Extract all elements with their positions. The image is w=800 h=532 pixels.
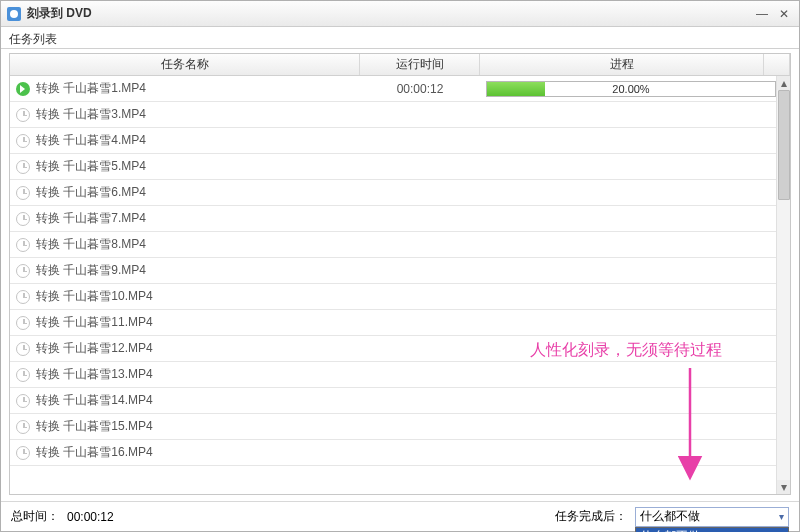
table-row[interactable]: 转换 千山暮雪11.MP4: [10, 310, 790, 336]
table-row[interactable]: 转换 千山暮雪5.MP4: [10, 154, 790, 180]
cell-name: 转换 千山暮雪3.MP4: [10, 106, 360, 123]
cell-name: 转换 千山暮雪8.MP4: [10, 236, 360, 253]
scroll-down-button[interactable]: ▾: [777, 480, 790, 494]
task-name: 转换 千山暮雪6.MP4: [36, 184, 146, 201]
cell-name: 转换 千山暮雪6.MP4: [10, 184, 360, 201]
table-row[interactable]: 转换 千山暮雪6.MP4: [10, 180, 790, 206]
task-name: 转换 千山暮雪9.MP4: [36, 262, 146, 279]
close-button[interactable]: ✕: [775, 5, 793, 23]
status-pending-icon: [16, 186, 30, 200]
task-name: 转换 千山暮雪12.MP4: [36, 340, 153, 357]
task-name: 转换 千山暮雪8.MP4: [36, 236, 146, 253]
table-row[interactable]: 转换 千山暮雪15.MP4: [10, 414, 790, 440]
task-list-label: 任务列表: [1, 27, 799, 49]
app-icon: [7, 7, 21, 21]
task-name: 转换 千山暮雪4.MP4: [36, 132, 146, 149]
table-row[interactable]: 转换 千山暮雪7.MP4: [10, 206, 790, 232]
table-row[interactable]: 转换 千山暮雪14.MP4: [10, 388, 790, 414]
cell-name: 转换 千山暮雪11.MP4: [10, 314, 360, 331]
status-pending-icon: [16, 290, 30, 304]
select-value: 什么都不做: [640, 508, 700, 525]
after-tasks-label: 任务完成后：: [555, 508, 627, 525]
progress-text: 20.00%: [487, 82, 775, 96]
status-pending-icon: [16, 342, 30, 356]
minimize-button[interactable]: —: [753, 5, 771, 23]
task-name: 转换 千山暮雪7.MP4: [36, 210, 146, 227]
task-name: 转换 千山暮雪14.MP4: [36, 392, 153, 409]
cell-name: 转换 千山暮雪15.MP4: [10, 418, 360, 435]
window-title: 刻录到 DVD: [27, 5, 92, 22]
task-name: 转换 千山暮雪15.MP4: [36, 418, 153, 435]
cell-name: 转换 千山暮雪4.MP4: [10, 132, 360, 149]
cell-name: 转换 千山暮雪13.MP4: [10, 366, 360, 383]
chevron-down-icon: ▾: [779, 511, 784, 522]
scrollbar[interactable]: ▴ ▾: [776, 76, 790, 494]
table-header: 任务名称 运行时间 进程: [10, 54, 790, 76]
table-row[interactable]: 转换 千山暮雪3.MP4: [10, 102, 790, 128]
cell-name: 转换 千山暮雪10.MP4: [10, 288, 360, 305]
task-name: 转换 千山暮雪1.MP4: [36, 80, 146, 97]
table-row[interactable]: 转换 千山暮雪8.MP4: [10, 232, 790, 258]
cell-name: 转换 千山暮雪1.MP4: [10, 80, 360, 97]
table-row[interactable]: 转换 千山暮雪4.MP4: [10, 128, 790, 154]
cell-progress: 20.00%: [480, 81, 790, 97]
task-name: 转换 千山暮雪10.MP4: [36, 288, 153, 305]
status-pending-icon: [16, 264, 30, 278]
task-name: 转换 千山暮雪11.MP4: [36, 314, 153, 331]
task-table: 任务名称 运行时间 进程 转换 千山暮雪1.MP400:00:1220.00%转…: [9, 53, 791, 495]
total-time-value: 00:00:12: [67, 510, 114, 524]
table-row[interactable]: 转换 千山暮雪12.MP4: [10, 336, 790, 362]
cell-name: 转换 千山暮雪16.MP4: [10, 444, 360, 461]
status-pending-icon: [16, 160, 30, 174]
after-tasks-select[interactable]: 什么都不做 ▾ 什么都不做关闭电脑睡眠电脑: [635, 507, 789, 527]
total-time-label: 总时间：: [11, 508, 59, 525]
table-row[interactable]: 转换 千山暮雪13.MP4: [10, 362, 790, 388]
cell-name: 转换 千山暮雪9.MP4: [10, 262, 360, 279]
status-pending-icon: [16, 446, 30, 460]
cell-name: 转换 千山暮雪7.MP4: [10, 210, 360, 227]
col-header-name[interactable]: 任务名称: [10, 54, 360, 75]
titlebar: 刻录到 DVD — ✕: [1, 1, 799, 27]
status-pending-icon: [16, 316, 30, 330]
app-window: 刻录到 DVD — ✕ 任务列表 任务名称 运行时间 进程 转换 千山暮雪1.M…: [0, 0, 800, 532]
scroll-up-button[interactable]: ▴: [777, 76, 790, 90]
cell-time: 00:00:12: [360, 82, 480, 96]
select-option[interactable]: 什么都不做: [636, 528, 788, 533]
task-name: 转换 千山暮雪16.MP4: [36, 444, 153, 461]
status-pending-icon: [16, 394, 30, 408]
col-header-spare: [764, 54, 790, 75]
scroll-thumb[interactable]: [778, 90, 790, 200]
cell-name: 转换 千山暮雪5.MP4: [10, 158, 360, 175]
status-pending-icon: [16, 238, 30, 252]
status-pending-icon: [16, 212, 30, 226]
task-name: 转换 千山暮雪5.MP4: [36, 158, 146, 175]
table-row[interactable]: 转换 千山暮雪9.MP4: [10, 258, 790, 284]
table-row[interactable]: 转换 千山暮雪10.MP4: [10, 284, 790, 310]
select-box[interactable]: 什么都不做 ▾: [635, 507, 789, 527]
status-pending-icon: [16, 420, 30, 434]
footer: 总时间： 00:00:12 任务完成后： 什么都不做 ▾ 什么都不做关闭电脑睡眠…: [1, 501, 799, 531]
col-header-progress[interactable]: 进程: [480, 54, 764, 75]
select-dropdown: 什么都不做关闭电脑睡眠电脑: [635, 527, 789, 533]
status-pending-icon: [16, 368, 30, 382]
table-row[interactable]: 转换 千山暮雪1.MP400:00:1220.00%: [10, 76, 790, 102]
status-pending-icon: [16, 134, 30, 148]
status-pending-icon: [16, 108, 30, 122]
cell-name: 转换 千山暮雪14.MP4: [10, 392, 360, 409]
task-name: 转换 千山暮雪3.MP4: [36, 106, 146, 123]
status-active-icon: [16, 82, 30, 96]
cell-name: 转换 千山暮雪12.MP4: [10, 340, 360, 357]
task-name: 转换 千山暮雪13.MP4: [36, 366, 153, 383]
col-header-time[interactable]: 运行时间: [360, 54, 480, 75]
table-body: 转换 千山暮雪1.MP400:00:1220.00%转换 千山暮雪3.MP4转换…: [10, 76, 790, 494]
table-row[interactable]: 转换 千山暮雪16.MP4: [10, 440, 790, 466]
progress-bar: 20.00%: [486, 81, 776, 97]
